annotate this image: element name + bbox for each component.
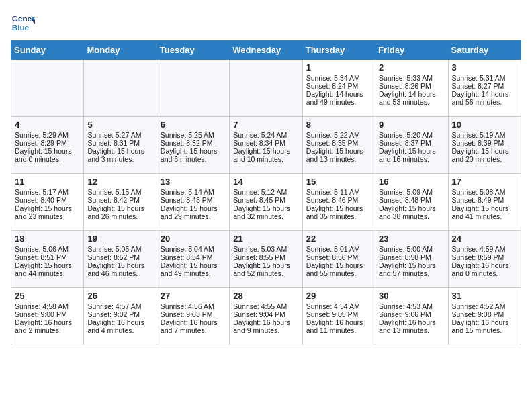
- calendar-body: 1Sunrise: 5:34 AMSunset: 8:24 PMDaylight…: [11, 60, 521, 345]
- cell-info-line: Sunset: 9:04 PM: [233, 310, 298, 318]
- calendar-cell: 29Sunrise: 4:54 AMSunset: 9:05 PMDayligh…: [302, 288, 375, 345]
- cell-info-line: Sunset: 8:45 PM: [233, 196, 298, 204]
- calendar-cell: 27Sunrise: 4:56 AMSunset: 9:03 PMDayligh…: [157, 288, 229, 345]
- cell-info-line: and 4 minutes.: [87, 326, 152, 334]
- calendar-cell: 31Sunrise: 4:52 AMSunset: 9:08 PMDayligh…: [448, 288, 521, 345]
- day-number: 8: [306, 120, 371, 130]
- calendar-cell: 15Sunrise: 5:11 AMSunset: 8:46 PMDayligh…: [302, 174, 375, 231]
- cell-info-line: Sunrise: 5:31 AM: [452, 74, 517, 82]
- day-number: 13: [161, 177, 226, 187]
- calendar-cell: 16Sunrise: 5:09 AMSunset: 8:48 PMDayligh…: [375, 174, 448, 231]
- logo-icon: General Blue: [11, 11, 35, 35]
- cell-info-line: Daylight: 16 hours: [233, 318, 298, 326]
- calendar-cell: 19Sunrise: 5:05 AMSunset: 8:52 PMDayligh…: [84, 231, 157, 288]
- cell-info-line: Sunrise: 5:04 AM: [161, 245, 226, 253]
- cell-info-line: and 35 minutes.: [306, 212, 371, 220]
- cell-info-line: and 20 minutes.: [452, 155, 517, 163]
- cell-info-line: Sunrise: 5:11 AM: [306, 188, 371, 196]
- cell-info-line: and 15 minutes.: [452, 326, 517, 334]
- cell-info-line: and 56 minutes.: [452, 98, 517, 106]
- day-number: 15: [306, 177, 371, 187]
- day-number: 9: [379, 120, 444, 130]
- cell-info-line: Sunset: 8:49 PM: [452, 196, 517, 204]
- cell-info-line: Sunset: 8:52 PM: [87, 253, 152, 261]
- day-number: 26: [87, 291, 152, 301]
- cell-info-line: and 0 minutes.: [452, 269, 517, 277]
- day-number: 30: [379, 291, 444, 301]
- cell-info-line: Daylight: 16 hours: [379, 318, 444, 326]
- cell-info-line: Sunrise: 5:22 AM: [306, 131, 371, 139]
- cell-info-line: Sunrise: 5:01 AM: [306, 245, 371, 253]
- cell-info-line: Sunrise: 5:29 AM: [15, 131, 80, 139]
- header-friday: Friday: [375, 41, 448, 60]
- day-number: 21: [233, 234, 298, 244]
- cell-info-line: Sunrise: 5:12 AM: [233, 188, 298, 196]
- logo: General Blue: [11, 11, 38, 35]
- cell-info-line: and 10 minutes.: [233, 155, 298, 163]
- day-number: 19: [87, 234, 152, 244]
- cell-info-line: Daylight: 15 hours: [452, 147, 517, 155]
- cell-info-line: and 16 minutes.: [379, 155, 444, 163]
- cell-info-line: and 55 minutes.: [306, 269, 371, 277]
- day-number: 23: [379, 234, 444, 244]
- cell-info-line: Sunset: 8:37 PM: [379, 139, 444, 147]
- day-number: 10: [452, 120, 517, 130]
- cell-info-line: Sunset: 9:00 PM: [15, 310, 80, 318]
- day-number: 14: [233, 177, 298, 187]
- cell-info-line: Daylight: 15 hours: [87, 204, 152, 212]
- cell-info-line: and 49 minutes.: [161, 269, 226, 277]
- cell-info-line: Daylight: 15 hours: [15, 261, 80, 269]
- calendar-cell: 14Sunrise: 5:12 AMSunset: 8:45 PMDayligh…: [230, 174, 302, 231]
- cell-info-line: Sunrise: 4:59 AM: [452, 245, 517, 253]
- cell-info-line: Sunset: 8:34 PM: [233, 139, 298, 147]
- day-number: 28: [233, 291, 298, 301]
- cell-info-line: Daylight: 15 hours: [379, 204, 444, 212]
- day-number: 5: [87, 120, 152, 130]
- day-number: 16: [379, 177, 444, 187]
- cell-info-line: and 53 minutes.: [379, 98, 444, 106]
- cell-info-line: and 9 minutes.: [233, 326, 298, 334]
- cell-info-line: Sunrise: 4:58 AM: [15, 302, 80, 310]
- cell-info-line: and 26 minutes.: [87, 212, 152, 220]
- day-number: 6: [161, 120, 226, 130]
- cell-info-line: Daylight: 15 hours: [379, 147, 444, 155]
- cell-info-line: and 0 minutes.: [15, 155, 80, 163]
- cell-info-line: and 11 minutes.: [306, 326, 371, 334]
- day-number: 31: [452, 291, 517, 301]
- calendar-cell: 12Sunrise: 5:15 AMSunset: 8:42 PMDayligh…: [84, 174, 157, 231]
- cell-info-line: Sunset: 8:27 PM: [452, 82, 517, 90]
- calendar-cell: 20Sunrise: 5:04 AMSunset: 8:54 PMDayligh…: [157, 231, 229, 288]
- cell-info-line: Sunset: 8:48 PM: [379, 196, 444, 204]
- cell-info-line: Daylight: 15 hours: [87, 261, 152, 269]
- cell-info-line: Sunset: 9:08 PM: [452, 310, 517, 318]
- calendar-cell: [84, 60, 157, 117]
- cell-info-line: Sunset: 9:05 PM: [306, 310, 371, 318]
- calendar-cell: 9Sunrise: 5:20 AMSunset: 8:37 PMDaylight…: [375, 117, 448, 174]
- cell-info-line: Sunset: 8:29 PM: [15, 139, 80, 147]
- day-number: 20: [161, 234, 226, 244]
- day-number: 22: [306, 234, 371, 244]
- cell-info-line: Daylight: 16 hours: [306, 318, 371, 326]
- header-wednesday: Wednesday: [230, 41, 302, 60]
- cell-info-line: and 44 minutes.: [15, 269, 80, 277]
- cell-info-line: Daylight: 14 hours: [306, 90, 371, 98]
- cell-info-line: Daylight: 16 hours: [87, 318, 152, 326]
- header-sunday: Sunday: [11, 41, 84, 60]
- cell-info-line: Sunset: 9:06 PM: [379, 310, 444, 318]
- cell-info-line: Daylight: 16 hours: [452, 261, 517, 269]
- day-number: 2: [379, 62, 444, 73]
- cell-info-line: Sunrise: 5:09 AM: [379, 188, 444, 196]
- day-number: 12: [87, 177, 152, 187]
- calendar-cell: 24Sunrise: 4:59 AMSunset: 8:59 PMDayligh…: [448, 231, 521, 288]
- cell-info-line: and 2 minutes.: [15, 326, 80, 334]
- cell-info-line: Daylight: 15 hours: [87, 147, 152, 155]
- calendar-cell: 18Sunrise: 5:06 AMSunset: 8:51 PMDayligh…: [11, 231, 84, 288]
- page-header: General Blue: [11, 11, 521, 35]
- calendar-cell: 3Sunrise: 5:31 AMSunset: 8:27 PMDaylight…: [448, 60, 521, 117]
- calendar-cell: 11Sunrise: 5:17 AMSunset: 8:40 PMDayligh…: [11, 174, 84, 231]
- day-number: 1: [306, 62, 371, 73]
- calendar-header-row: SundayMondayTuesdayWednesdayThursdayFrid…: [11, 41, 521, 60]
- cell-info-line: Sunrise: 4:57 AM: [87, 302, 152, 310]
- cell-info-line: Daylight: 15 hours: [379, 261, 444, 269]
- day-number: 27: [161, 291, 226, 301]
